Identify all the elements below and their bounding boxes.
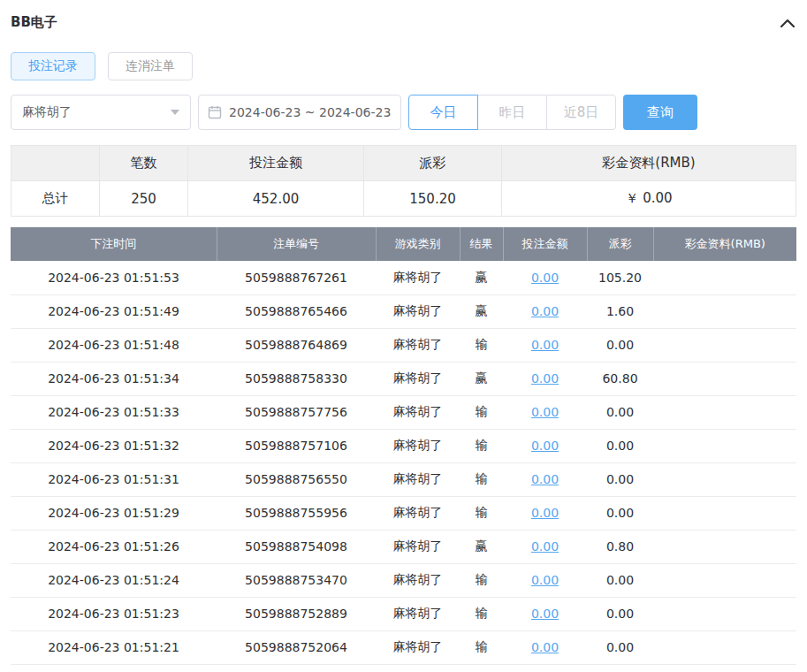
cell-game: 麻将胡了 — [376, 597, 460, 630]
summary-header-count: 笔数 — [100, 146, 188, 181]
cell-bet_amount: 0.00 — [503, 261, 587, 294]
table-row: 2024-06-23 01:51:325059888757106麻将胡了输0.0… — [11, 429, 796, 462]
cell-result: 赢 — [460, 294, 503, 328]
summary-header-empty — [11, 146, 100, 181]
cell-time: 2024-06-23 01:51:33 — [11, 395, 217, 429]
bet-amount-link[interactable]: 0.00 — [531, 371, 559, 386]
cell-order_id: 5059888765466 — [217, 294, 376, 328]
cell-game: 麻将胡了 — [376, 462, 460, 496]
cell-bet_amount: 0.00 — [503, 294, 587, 328]
cell-time: 2024-06-23 01:51:26 — [11, 530, 217, 563]
column-header-order_id: 注单编号 — [217, 227, 376, 261]
cell-bonus — [653, 630, 796, 664]
summary-header-bet-amount: 投注金额 — [188, 146, 364, 181]
cell-order_id: 5059888764869 — [217, 328, 376, 362]
cell-result: 输 — [460, 429, 503, 462]
bet-amount-link[interactable]: 0.00 — [531, 439, 559, 453]
bet-amount-link[interactable]: 0.00 — [531, 405, 559, 419]
cell-bonus — [653, 530, 796, 563]
cell-bonus — [653, 294, 796, 328]
cell-result: 输 — [460, 597, 503, 630]
bet-amount-link[interactable]: 0.00 — [531, 573, 559, 587]
cell-payout: 105.20 — [587, 261, 653, 294]
cell-bonus — [653, 328, 796, 362]
cell-payout: 0.00 — [587, 563, 653, 597]
date-range-value: 2024-06-23 ~ 2024-06-23 — [229, 105, 391, 119]
cell-bet_amount: 0.00 — [503, 429, 587, 462]
cell-result: 输 — [460, 328, 503, 362]
cell-game: 麻将胡了 — [376, 563, 460, 597]
table-row: 2024-06-23 01:51:315059888756550麻将胡了输0.0… — [11, 462, 796, 496]
cell-bet_amount: 0.00 — [503, 630, 587, 664]
cell-game: 麻将胡了 — [376, 294, 460, 328]
bet-table-header-row: 下注时间注单编号游戏类别结果投注金额派彩彩金资料(RMB) — [11, 227, 796, 261]
table-row: 2024-06-23 01:51:235059888752889麻将胡了输0.0… — [11, 597, 796, 630]
summary-total-bet-amount: 452.00 — [188, 181, 364, 217]
bet-amount-link[interactable]: 0.00 — [531, 472, 559, 486]
cell-time: 2024-06-23 01:51:32 — [11, 429, 217, 462]
cell-bonus — [653, 429, 796, 462]
cell-result: 输 — [460, 563, 503, 597]
summary-total-label: 总计 — [11, 181, 100, 217]
bet-table-body: 2024-06-23 01:51:535059888767261麻将胡了赢0.0… — [11, 261, 796, 664]
column-header-bet_amount: 投注金额 — [503, 227, 587, 261]
cell-game: 麻将胡了 — [376, 429, 460, 462]
bet-amount-link[interactable]: 0.00 — [531, 607, 559, 621]
cell-bet_amount: 0.00 — [503, 597, 587, 630]
cell-order_id: 5059888757106 — [217, 429, 376, 462]
bet-amount-link[interactable]: 0.00 — [531, 506, 559, 520]
quick-button-last-8-days[interactable]: 近8日 — [546, 95, 616, 130]
column-header-bonus: 彩金资料(RMB) — [653, 227, 796, 261]
table-row: 2024-06-23 01:51:245059888753470麻将胡了输0.0… — [11, 563, 796, 597]
filter-bar: 麻将胡了 2024-06-23 ~ 2024-06-23 今日 昨日 近8日 查… — [11, 95, 796, 130]
bet-amount-link[interactable]: 0.00 — [531, 539, 559, 554]
cell-bet_amount: 0.00 — [503, 395, 587, 429]
cell-payout: 0.00 — [587, 328, 653, 362]
date-range-picker[interactable]: 2024-06-23 ~ 2024-06-23 — [198, 95, 401, 130]
bet-amount-link[interactable]: 0.00 — [531, 338, 559, 352]
cell-result: 输 — [460, 462, 503, 496]
table-row: 2024-06-23 01:51:335059888757756麻将胡了输0.0… — [11, 395, 796, 429]
table-row: 2024-06-23 01:51:295059888755956麻将胡了输0.0… — [11, 496, 796, 530]
game-select[interactable]: 麻将胡了 — [11, 95, 191, 130]
collapse-button[interactable] — [780, 19, 795, 27]
cell-game: 麻将胡了 — [376, 362, 460, 395]
quick-button-today[interactable]: 今日 — [408, 95, 478, 130]
bet-amount-link[interactable]: 0.00 — [531, 304, 559, 318]
cell-time: 2024-06-23 01:51:31 — [11, 462, 217, 496]
cell-order_id: 5059888767261 — [217, 261, 376, 294]
cell-order_id: 5059888757756 — [217, 395, 376, 429]
bet-amount-link[interactable]: 0.00 — [531, 271, 559, 285]
cell-bonus — [653, 462, 796, 496]
panel-title: BB电子 — [11, 14, 57, 31]
summary-total-count: 250 — [100, 181, 188, 217]
summary-header-bonus: 彩金资料(RMB) — [502, 146, 796, 181]
cell-bet_amount: 0.00 — [503, 496, 587, 530]
tab-bet-records[interactable]: 投注记录 — [11, 52, 95, 80]
bet-amount-link[interactable]: 0.00 — [531, 640, 559, 654]
cell-game: 麻将胡了 — [376, 261, 460, 294]
bet-table: 下注时间注单编号游戏类别结果投注金额派彩彩金资料(RMB) 2024-06-23… — [11, 227, 796, 665]
cell-time: 2024-06-23 01:51:29 — [11, 496, 217, 530]
column-header-result: 结果 — [460, 227, 503, 261]
column-header-game: 游戏类别 — [376, 227, 460, 261]
column-header-payout: 派彩 — [587, 227, 653, 261]
cell-time: 2024-06-23 01:51:49 — [11, 294, 217, 328]
chevron-down-icon — [171, 110, 179, 115]
cell-game: 麻将胡了 — [376, 630, 460, 664]
quick-button-yesterday[interactable]: 昨日 — [477, 95, 547, 130]
cell-result: 赢 — [460, 362, 503, 395]
cell-bonus — [653, 496, 796, 530]
cell-payout: 0.00 — [587, 597, 653, 630]
tab-cascade-orders[interactable]: 连消注单 — [108, 52, 193, 80]
cell-bet_amount: 0.00 — [503, 462, 587, 496]
search-button[interactable]: 查询 — [623, 95, 697, 130]
cell-order_id: 5059888758330 — [217, 362, 376, 395]
cell-payout: 0.00 — [587, 462, 653, 496]
table-row: 2024-06-23 01:51:485059888764869麻将胡了输0.0… — [11, 328, 796, 362]
cell-order_id: 5059888755956 — [217, 496, 376, 530]
summary-total-payout: 150.20 — [364, 181, 502, 217]
cell-order_id: 5059888756550 — [217, 462, 376, 496]
table-row: 2024-06-23 01:51:495059888765466麻将胡了赢0.0… — [11, 294, 796, 328]
cell-result: 赢 — [460, 261, 503, 294]
